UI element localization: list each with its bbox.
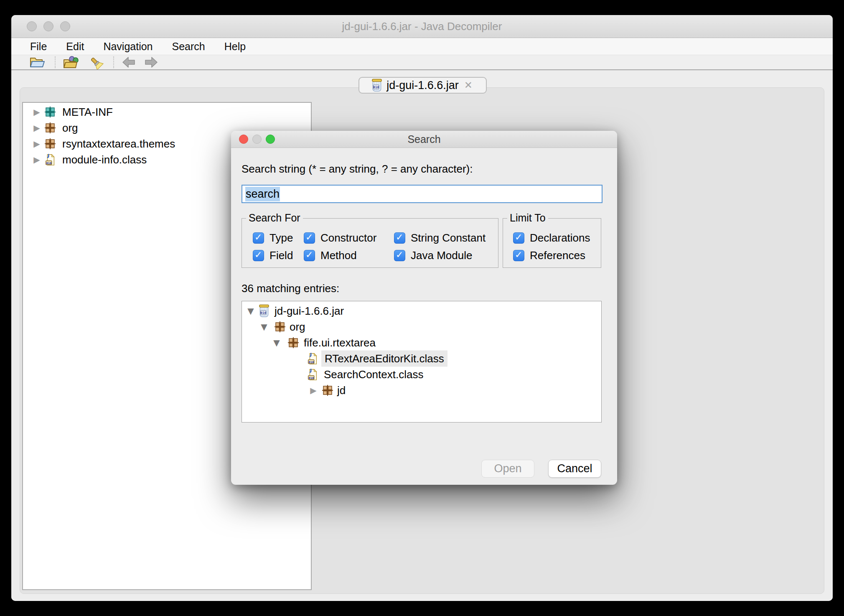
menu-edit[interactable]: Edit (66, 41, 84, 53)
result-row-fife[interactable]: fife.ui.rtextarea (242, 335, 601, 351)
menu-file[interactable]: File (30, 41, 47, 53)
window-title: jd-gui-1.6.6.jar - Java Decompiler (342, 20, 502, 33)
checkbox-label: Method (320, 249, 357, 262)
result-label: jd (337, 384, 346, 397)
checkbox-java-module[interactable]: Java Module (394, 249, 472, 261)
class-file-icon (307, 352, 318, 365)
checkbox-label: Declarations (530, 232, 590, 244)
chevron-right-icon[interactable] (309, 386, 318, 395)
tree-item-label: module-info.class (62, 153, 147, 166)
search-for-group: Search For Type Constructor String Const… (242, 218, 498, 268)
package-icon (45, 122, 56, 133)
checkbox-constructor[interactable]: Constructor (304, 232, 376, 244)
search-dialog: Search Search string (* = any string, ? … (231, 131, 617, 485)
class-file-icon (45, 153, 56, 166)
checkbox-label: Field (269, 249, 293, 262)
cancel-button[interactable]: Cancel (548, 460, 601, 478)
search-string-label: Search string (* = any string, ? = any c… (242, 163, 473, 176)
tab-label: jd-gui-1.6.6.jar (386, 79, 459, 92)
checkbox-label: Constructor (320, 232, 376, 244)
tree-item-label: rsyntaxtextarea.themes (62, 137, 175, 150)
checkbox-checked-icon[interactable] (513, 250, 524, 261)
toolbar-separator (113, 56, 114, 68)
forward-arrow-icon (144, 56, 158, 68)
chevron-right-icon[interactable] (32, 140, 41, 148)
tab-jd-gui-jar[interactable]: jd-gui-1.6.6.jar (358, 77, 487, 94)
result-label: org (290, 321, 305, 333)
search-results-tree: jd-gui-1.6.6.jar org fife.ui.rtextarea R… (242, 301, 602, 423)
result-label: SearchContext.class (324, 368, 423, 381)
close-button[interactable] (27, 21, 37, 31)
dialog-minimize-button (252, 135, 262, 144)
zoom-button[interactable] (60, 21, 70, 31)
checkbox-label: Java Module (411, 249, 472, 262)
jar-icon (259, 304, 269, 318)
checkbox-method[interactable]: Method (304, 249, 357, 261)
forward-button[interactable] (144, 56, 158, 68)
checkbox-checked-icon[interactable] (304, 250, 315, 261)
open-button[interactable]: Open (481, 460, 534, 478)
result-row-jar[interactable]: jd-gui-1.6.6.jar (242, 303, 601, 319)
chevron-down-icon[interactable] (259, 323, 269, 331)
menu-search[interactable]: Search (172, 41, 205, 53)
checkbox-checked-icon[interactable] (394, 250, 405, 261)
checkbox-label: Type (269, 232, 293, 244)
traffic-lights (27, 21, 70, 31)
result-row-org[interactable]: org (242, 319, 601, 335)
tab-close-icon[interactable] (463, 79, 474, 92)
package-icon (322, 385, 333, 396)
menu-navigation[interactable]: Navigation (103, 41, 153, 53)
search-input[interactable]: search (242, 185, 602, 203)
checkbox-field[interactable]: Field (253, 249, 293, 261)
chevron-right-icon[interactable] (32, 124, 41, 132)
open-folder-icon (30, 56, 46, 69)
class-file-icon (307, 368, 318, 381)
selected-text: search (245, 187, 280, 201)
tree-row-meta-inf[interactable]: META-INF (23, 104, 311, 120)
dialog-zoom-button[interactable] (266, 135, 275, 144)
checkbox-declarations[interactable]: Declarations (513, 232, 590, 244)
checkbox-checked-icon[interactable] (304, 232, 315, 244)
checkbox-checked-icon[interactable] (513, 232, 524, 244)
package-icon (288, 337, 299, 348)
chevron-right-icon[interactable] (32, 108, 41, 116)
open-file-button[interactable] (30, 56, 46, 69)
tree-item-label: org (62, 122, 78, 135)
chevron-down-icon[interactable] (272, 339, 281, 347)
checkbox-checked-icon[interactable] (394, 232, 405, 244)
checkbox-checked-icon[interactable] (253, 232, 264, 244)
package-icon (275, 321, 285, 332)
limit-to-legend: Limit To (507, 212, 548, 224)
chevron-right-icon[interactable] (32, 155, 41, 164)
package-icon (45, 138, 56, 149)
back-button[interactable] (122, 56, 136, 68)
folder-search-icon (63, 56, 79, 69)
checkbox-label: References (530, 249, 585, 262)
minimize-button[interactable] (43, 21, 53, 31)
result-row-jd[interactable]: jd (242, 382, 601, 398)
back-arrow-icon (122, 56, 136, 68)
menu-bar: File Edit Navigation Search Help (11, 38, 833, 55)
search-for-legend: Search For (246, 212, 303, 224)
checkbox-references[interactable]: References (513, 249, 585, 261)
result-label: jd-gui-1.6.6.jar (275, 305, 344, 318)
dialog-title: Search (407, 133, 440, 145)
checkbox-type[interactable]: Type (253, 232, 293, 244)
chevron-down-icon[interactable] (246, 307, 255, 315)
open-type-button[interactable] (63, 56, 79, 69)
search-button[interactable] (87, 55, 104, 69)
dialog-titlebar[interactable]: Search (231, 131, 617, 148)
package-icon (45, 107, 56, 117)
dialog-close-button[interactable] (239, 135, 248, 144)
tree-item-label: META-INF (62, 106, 113, 119)
menu-help[interactable]: Help (224, 41, 246, 53)
matching-entries-label: 36 matching entries: (242, 282, 339, 295)
limit-to-group: Limit To Declarations References (503, 218, 601, 268)
flashlight-icon (87, 55, 104, 69)
result-row-rtextareaeditorkit[interactable]: RTextAreaEditorKit.class (242, 351, 601, 367)
checkbox-string-constant[interactable]: String Constant (394, 232, 486, 244)
checkbox-checked-icon[interactable] (253, 250, 264, 261)
toolbar (11, 55, 833, 70)
result-row-searchcontext[interactable]: SearchContext.class (242, 367, 601, 382)
window-titlebar[interactable]: jd-gui-1.6.6.jar - Java Decompiler (11, 15, 833, 38)
